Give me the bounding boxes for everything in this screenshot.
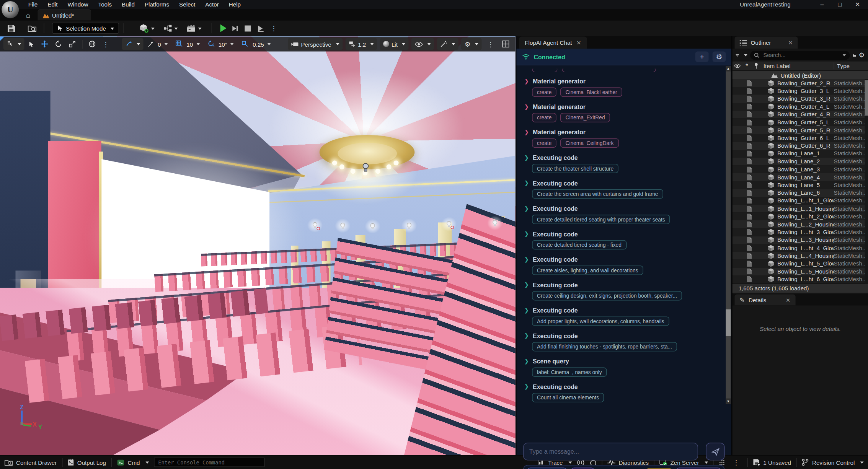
world-coordinate-icon[interactable]: [86, 41, 98, 48]
chat-settings-gear-button[interactable]: ⚙: [713, 52, 726, 62]
scale-tool-icon[interactable]: [66, 41, 78, 48]
revision-control-dropdown[interactable]: Revision Control: [801, 459, 863, 466]
lit-mode-dropdown[interactable]: Lit: [380, 38, 409, 50]
expand-chevron-icon[interactable]: ❯: [524, 154, 529, 160]
menu-platforms[interactable]: Platforms: [140, 0, 174, 10]
favorite-column-icon[interactable]: *: [742, 62, 751, 70]
close-icon[interactable]: ✕: [576, 39, 581, 46]
view-modes-wand-dropdown[interactable]: [437, 38, 458, 50]
menu-build[interactable]: Build: [117, 0, 140, 10]
expand-chevron-icon[interactable]: ❯: [524, 383, 529, 389]
close-button[interactable]: ✕: [850, 0, 865, 10]
scene-light-widget-icon[interactable]: [362, 163, 370, 173]
location-snap-value[interactable]: 0: [158, 41, 161, 47]
show-flags-dropdown[interactable]: [411, 38, 434, 50]
chat-tab[interactable]: FlopAI Agent Chat ✕: [519, 36, 587, 49]
grid-snap-value[interactable]: 10: [186, 41, 193, 47]
context-percent-badge[interactable]: 100%: [571, 467, 595, 469]
chat-badge[interactable]: Create aisles, lighting, and wall decora…: [532, 265, 643, 275]
selection-mode-dropdown[interactable]: Selection Mode: [52, 23, 119, 34]
chat-badge[interactable]: Create detailed tiered seating with prop…: [532, 215, 670, 224]
outliner-row[interactable]: Bowling_L...ht_5_GlowStaticMesh...: [733, 260, 868, 268]
outliner-row[interactable]: Bowling_Gutter_5_RStaticMesh...: [733, 126, 868, 134]
rotate-tool-icon[interactable]: [52, 41, 65, 48]
viewport-mode-dropdown[interactable]: [3, 38, 24, 50]
outliner-row[interactable]: Bowling_Gutter_3_LStaticMesh...: [733, 87, 868, 95]
scale-snap-icon[interactable]: [239, 41, 251, 48]
chat-message-list[interactable]: ❯Material generatorcreateCinema_BlackLea…: [517, 65, 731, 455]
grid-snap-icon[interactable]: [173, 41, 185, 48]
outliner-row[interactable]: Bowling_Lane_2StaticMesh...: [733, 158, 868, 166]
play-from-here-button[interactable]: [257, 24, 265, 32]
outliner-row[interactable]: Bowling_Lane_1StaticMesh...: [733, 150, 868, 158]
menu-select[interactable]: Select: [174, 0, 200, 10]
outliner-row[interactable]: Bowling_Gutter_4_RStaticMesh...: [733, 111, 868, 119]
menu-tools[interactable]: Tools: [93, 0, 117, 10]
outliner-row[interactable]: Bowling_L...ht_2_GlowStaticMesh...: [733, 213, 868, 221]
outliner-row[interactable]: Bowling_Gutter_6_LStaticMesh...: [733, 134, 868, 142]
viewport-kebab-icon[interactable]: ⋮: [100, 40, 112, 48]
cinematics-icon[interactable]: [184, 24, 205, 32]
expand-chevron-icon[interactable]: ❯: [524, 205, 529, 211]
outliner-row[interactable]: Bowling_Gutter_3_RStaticMesh...: [733, 95, 868, 103]
outliner-row[interactable]: Bowling_L...ht_1_GlowStaticMesh...: [733, 197, 868, 205]
home-icon[interactable]: ⌂: [26, 11, 30, 20]
chat-badge[interactable]: Add proper lights, wall decorations, col…: [532, 316, 669, 326]
expand-chevron-icon[interactable]: ❯: [524, 307, 529, 313]
menu-file[interactable]: File: [23, 0, 43, 10]
scale-snap-value[interactable]: 0.25: [253, 41, 264, 47]
stop-button[interactable]: [245, 25, 251, 31]
menu-edit[interactable]: Edit: [42, 0, 62, 10]
console-command-input[interactable]: [154, 458, 264, 467]
outliner-row[interactable]: Bowling_L...ht_4_GlowStaticMesh...: [733, 244, 868, 252]
filter-icon[interactable]: [736, 52, 739, 58]
chat-badge[interactable]: label: Cinema_, names only: [532, 367, 607, 377]
outliner-root-row[interactable]: Untitled (Editor): [733, 71, 868, 79]
chat-badge[interactable]: Cinema_BlackLeather: [560, 88, 622, 97]
outliner-row[interactable]: Bowling_L...1_HousingStaticMesh...: [733, 205, 868, 213]
perspective-dropdown[interactable]: Perspective: [288, 38, 343, 50]
rotation-snap-value[interactable]: 10°: [219, 41, 227, 47]
outliner-row[interactable]: Bowling_Gutter_2_RStaticMesh...: [733, 79, 868, 87]
expand-chevron-icon[interactable]: ❯: [524, 179, 529, 186]
outliner-search-box[interactable]: [750, 50, 850, 59]
maximize-button[interactable]: □: [833, 0, 847, 10]
minimize-button[interactable]: –: [815, 0, 829, 10]
chat-badge[interactable]: Add final finishing touches - spotlights…: [532, 342, 677, 352]
outliner-row[interactable]: Bowling_L...ht_6_GlowStaticMesh...: [733, 275, 868, 283]
outliner-row[interactable]: Bowling_L...4_HousingStaticMesh...: [733, 252, 868, 260]
new-folder-icon[interactable]: [852, 52, 856, 58]
chat-badge[interactable]: Count all cinema elements: [532, 393, 604, 402]
skip-frame-button[interactable]: [232, 24, 239, 32]
browse-content-icon[interactable]: [25, 24, 39, 32]
chat-scrollbar[interactable]: ▲ ▼: [726, 66, 731, 404]
agent-mode-dropdown[interactable]: AGENT: [675, 467, 721, 469]
pin-column-icon[interactable]: [751, 62, 761, 69]
rotation-snap-icon[interactable]: [205, 41, 217, 48]
chat-badge[interactable]: Cinema_ExitRed: [560, 113, 610, 122]
select-tool-icon[interactable]: [26, 41, 37, 47]
expand-chevron-icon[interactable]: ❯: [524, 332, 529, 339]
outliner-row[interactable]: Bowling_Lane_3StaticMesh...: [733, 166, 868, 174]
outliner-tab[interactable]: Outliner ✕: [735, 36, 798, 49]
send-button[interactable]: [706, 443, 724, 460]
new-chat-button[interactable]: +: [695, 52, 709, 62]
item-label-column[interactable]: Item Label: [761, 62, 834, 69]
outliner-row[interactable]: Bowling_Gutter_5_LStaticMesh...: [733, 118, 868, 126]
unsaved-button[interactable]: 1 Unsaved: [753, 459, 791, 466]
chat-badge[interactable]: Cinema_CeilingDark: [560, 138, 618, 148]
menu-actor[interactable]: Actor: [200, 0, 224, 10]
save-icon[interactable]: [5, 24, 18, 33]
model-selector-dropdown[interactable]: Opus 4.5: [527, 467, 567, 469]
close-icon[interactable]: ✕: [786, 297, 790, 303]
chat-badge[interactable]: create: [532, 88, 556, 97]
visibility-eye-icon[interactable]: [733, 64, 742, 68]
outliner-scrollbar[interactable]: [865, 79, 868, 284]
expand-chevron-icon[interactable]: ❯: [524, 78, 529, 84]
quad-view-icon[interactable]: [499, 41, 512, 48]
chat-badge[interactable]: Create ceiling design, exit signs, proje…: [532, 291, 682, 301]
level-viewport[interactable]: ZXY ⋮ 0 10 10° 0.25 Perspective 1.2: [0, 36, 516, 455]
outliner-row[interactable]: Bowling_L...ht_3_GlowStaticMesh...: [733, 228, 868, 236]
output-log-button[interactable]: Output Log: [67, 459, 106, 466]
outliner-row[interactable]: Bowling_Lane_5StaticMesh...: [733, 181, 868, 189]
